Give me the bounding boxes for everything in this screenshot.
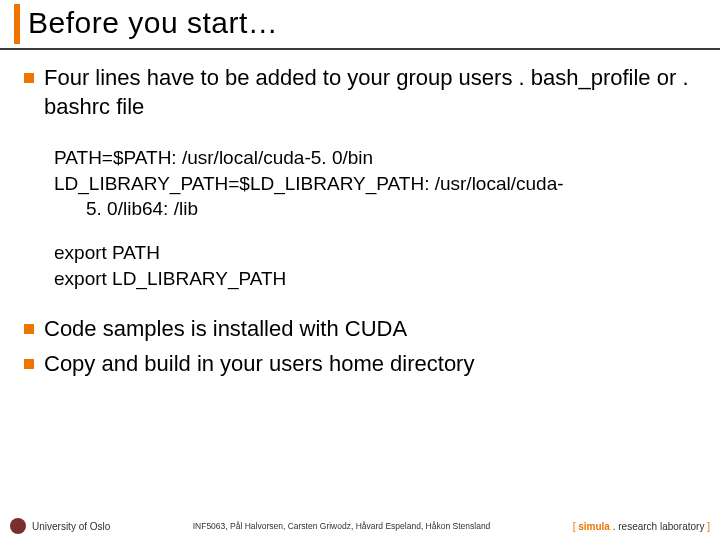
code-line: export LD_LIBRARY_PATH: [54, 266, 696, 292]
title-accent-bar: [14, 4, 20, 44]
bullet-text: Copy and build in your users home direct…: [44, 350, 474, 379]
bullet-text: Code samples is installed with CUDA: [44, 315, 407, 344]
code-line: export PATH: [54, 240, 696, 266]
bullet-text: Four lines have to be added to your grou…: [44, 64, 696, 121]
code-line: 5. 0/lib64: /lib: [54, 196, 696, 222]
footer-lab: [ simula . research laboratory ]: [573, 521, 710, 532]
code-line: PATH=$PATH: /usr/local/cuda-5. 0/bin: [54, 145, 696, 171]
code-block: PATH=$PATH: /usr/local/cuda-5. 0/bin LD_…: [54, 145, 696, 291]
bullet-icon: [24, 324, 34, 334]
bullet-icon: [24, 73, 34, 83]
footer-credits: INF5063, Pål Halvorsen, Carsten Griwodz,…: [110, 521, 572, 531]
slide-title: Before you start…: [28, 6, 720, 40]
university-crest-icon: [10, 518, 26, 534]
code-line: LD_LIBRARY_PATH=$LD_LIBRARY_PATH: /usr/l…: [54, 171, 696, 197]
footer-affiliation: University of Oslo: [32, 521, 110, 532]
bullet-icon: [24, 359, 34, 369]
